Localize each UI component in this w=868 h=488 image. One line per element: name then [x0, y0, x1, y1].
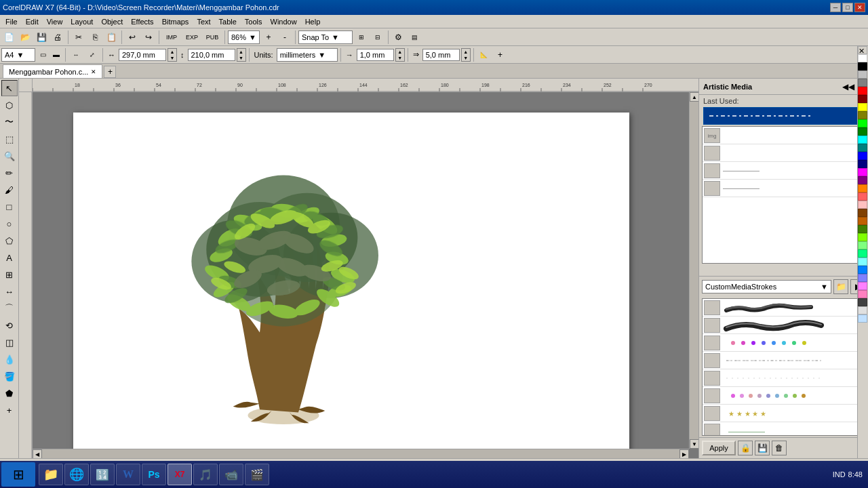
super-nudge-field[interactable]: 5,0 mm: [422, 49, 460, 61]
crop-tool[interactable]: ⬚: [1, 131, 18, 147]
fill-tool[interactable]: 🪣: [1, 368, 18, 384]
smear-tool[interactable]: 〜: [1, 114, 18, 130]
media-row-4[interactable]: ——————: [703, 180, 865, 197]
color-light-gray[interactable]: [858, 306, 867, 314]
artistic-media-tool[interactable]: 🖌: [1, 182, 18, 198]
color-gray[interactable]: [858, 79, 867, 87]
nudge-up[interactable]: ▲: [396, 49, 404, 55]
maximize-button[interactable]: □: [842, 3, 853, 12]
taskbar-coreldraw[interactable]: X7: [167, 464, 192, 485]
stroke-item-1[interactable]: [703, 299, 865, 317]
color-orange[interactable]: [858, 184, 867, 192]
print-button[interactable]: 🖨: [50, 30, 65, 45]
dropper-tool[interactable]: 💧: [1, 351, 18, 367]
media-row-2[interactable]: [703, 144, 865, 162]
snap-to-dropdown[interactable]: Snap To ▼: [298, 30, 353, 44]
stroke-item-8[interactable]: ——————: [703, 422, 865, 436]
panel-expand-button[interactable]: ◀◀: [842, 82, 854, 92]
units-dropdown[interactable]: millimeters ▼: [277, 48, 338, 62]
color-chartreuse[interactable]: [858, 233, 867, 241]
connector-tool[interactable]: ⌒: [1, 300, 18, 317]
hscroll-left[interactable]: ◀: [33, 449, 42, 458]
portrait-button[interactable]: ▭: [37, 47, 49, 62]
shape-tool[interactable]: ⬡: [1, 97, 18, 113]
color-medium-blue[interactable]: [858, 274, 867, 282]
ellipse-tool[interactable]: ○: [1, 216, 18, 232]
resize-button[interactable]: ↔: [68, 47, 83, 62]
media-row-3[interactable]: ——————: [703, 162, 865, 180]
width-down-arrow[interactable]: ▼: [168, 55, 176, 61]
color-teal[interactable]: [858, 144, 867, 152]
color-maroon[interactable]: [858, 95, 867, 103]
taskbar-music[interactable]: 🎵: [193, 464, 218, 485]
page-size-dropdown[interactable]: A4 ▼: [1, 48, 35, 62]
strokes-list[interactable]: ★ ★ ★ ★ ★ ——————: [702, 298, 865, 436]
height-spinner[interactable]: ▲ ▼: [237, 48, 246, 62]
menu-window[interactable]: Window: [267, 16, 301, 27]
taskbar-file-explorer[interactable]: 📁: [39, 464, 63, 485]
add-page-button[interactable]: +: [493, 47, 508, 62]
menu-tools[interactable]: Tools: [241, 16, 267, 27]
height-down-arrow[interactable]: ▼: [237, 55, 245, 61]
super-nudge-spinner[interactable]: ▲ ▼: [461, 48, 471, 62]
stroke-item-6[interactable]: [703, 387, 865, 405]
text-tool[interactable]: A: [1, 249, 18, 266]
media-row-1[interactable]: img: [703, 127, 865, 144]
taskbar-photoshop[interactable]: Ps: [142, 464, 166, 485]
save-button[interactable]: 💾: [34, 30, 49, 45]
taskbar-word[interactable]: W: [116, 464, 140, 485]
color-salmon[interactable]: [858, 192, 867, 201]
align-button[interactable]: ▤: [408, 30, 422, 45]
super-nudge-up[interactable]: ▲: [462, 49, 470, 55]
color-hot-pink[interactable]: [858, 290, 867, 298]
delete-preset-button[interactable]: 🗑: [772, 441, 787, 455]
width-up-arrow[interactable]: ▲: [168, 49, 176, 55]
color-dark-gray[interactable]: [858, 298, 867, 306]
media-list[interactable]: img —————— ——————: [702, 126, 865, 264]
vscroll-down[interactable]: ▼: [690, 439, 698, 449]
lock-button[interactable]: 🔒: [738, 441, 753, 455]
open-button[interactable]: 📂: [18, 30, 33, 45]
stroke-item-4[interactable]: [703, 352, 865, 369]
stroke-item-3[interactable]: [703, 334, 865, 352]
menu-table[interactable]: Table: [215, 16, 241, 27]
nudge-field[interactable]: 1,0 mm: [357, 49, 394, 61]
color-aqua[interactable]: [858, 136, 867, 144]
color-yellow[interactable]: [858, 103, 867, 111]
stroke-item-2[interactable]: [703, 317, 865, 334]
taskbar-recorder[interactable]: 🎬: [245, 464, 269, 485]
smart-fill-tool[interactable]: ⬟: [1, 385, 18, 401]
menu-text[interactable]: Text: [193, 16, 214, 27]
nudge-spinner[interactable]: ▲ ▼: [395, 48, 405, 62]
import-button[interactable]: IMP: [162, 30, 181, 45]
nudge-down[interactable]: ▼: [396, 55, 404, 61]
no-color-swatch[interactable]: ✕: [858, 46, 867, 54]
menu-object[interactable]: Object: [97, 16, 127, 27]
hscroll-right[interactable]: ▶: [679, 449, 689, 458]
dimension-tool[interactable]: ↔: [1, 283, 18, 300]
taskbar-video[interactable]: 📹: [219, 464, 243, 485]
color-spring-green[interactable]: [858, 249, 867, 258]
options-button[interactable]: ⚙: [391, 30, 406, 45]
stroke-item-5[interactable]: [703, 369, 865, 387]
super-nudge-down[interactable]: ▼: [462, 55, 470, 61]
color-brown[interactable]: [858, 209, 867, 217]
color-white[interactable]: [858, 54, 867, 62]
export-button[interactable]: EXP: [182, 30, 201, 45]
save-preset-button[interactable]: 💾: [755, 441, 770, 455]
color-lime-dark[interactable]: [858, 225, 867, 233]
new-button[interactable]: 📄: [1, 30, 16, 45]
menu-edit[interactable]: Edit: [22, 16, 43, 27]
width-field[interactable]: 297,0 mm: [119, 49, 166, 61]
color-red[interactable]: [858, 87, 867, 95]
color-blue[interactable]: [858, 152, 867, 160]
publish-button[interactable]: PUB: [203, 30, 222, 45]
tab-close-button[interactable]: ✕: [91, 68, 96, 75]
menu-view[interactable]: View: [43, 16, 67, 27]
paste-button[interactable]: 📋: [104, 30, 119, 45]
color-purple[interactable]: [858, 176, 867, 184]
canvas-container[interactable]: ▲ ▼ ◀ ▶: [33, 92, 698, 458]
color-silver[interactable]: [858, 70, 867, 79]
drawing-scale-button[interactable]: 📐: [477, 47, 492, 62]
color-olive[interactable]: [858, 111, 867, 119]
